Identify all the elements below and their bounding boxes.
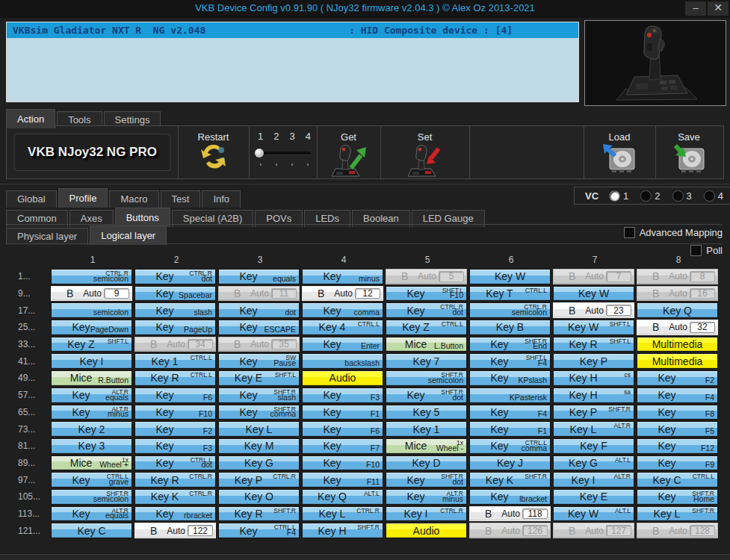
advanced-mapping-checkbox[interactable]: [624, 227, 635, 238]
button-cell[interactable]: KeyKPslash: [469, 370, 551, 386]
button-cell[interactable]: SHFT.Rsemicolon: [51, 489, 132, 505]
button-cell[interactable]: Audio: [302, 370, 383, 386]
button-cell[interactable]: Key ZCTRL.L: [386, 320, 467, 335]
device-model-button[interactable]: VKB NJoy32 NG PRO: [13, 134, 171, 171]
vc-radio-1[interactable]: [609, 190, 620, 202]
button-cell[interactable]: KeyF8: [637, 405, 718, 420]
button-cell[interactable]: Key 2: [51, 421, 132, 437]
button-cell[interactable]: BAuto7: [553, 269, 634, 284]
button-cell[interactable]: Key RCTRL.L: [134, 370, 216, 386]
vc-option-4[interactable]: 4: [704, 190, 723, 202]
mode-slider-knob[interactable]: [255, 149, 264, 158]
button-cell[interactable]: Key W: [553, 286, 634, 302]
button-cell[interactable]: Key PSHFT.R: [553, 405, 634, 420]
button-cell[interactable]: Key 5: [386, 405, 467, 420]
button-cell[interactable]: Key E: [553, 489, 634, 505]
button-cell[interactable]: KeyPageDown: [51, 320, 132, 335]
button-cell[interactable]: KeySHFT.LF10: [386, 286, 467, 302]
button-cell[interactable]: KeyALT.Rminus: [51, 405, 132, 420]
button-cell[interactable]: Key CCTRL.L: [637, 472, 718, 488]
button-cell[interactable]: KeyF12: [637, 438, 718, 454]
button-cell[interactable]: semicolon: [51, 302, 132, 318]
mode-slider-track[interactable]: [256, 152, 311, 155]
button-cell[interactable]: KeySWPause: [218, 353, 300, 369]
button-cell[interactable]: KeySHFT.REnd: [469, 337, 551, 352]
button-cell[interactable]: KeyCTRL.Lcomma: [469, 438, 551, 454]
button-cell[interactable]: KeyF3: [302, 388, 383, 403]
button-cell[interactable]: Key WALT.L: [553, 506, 634, 522]
button-cell[interactable]: backslash: [302, 353, 383, 369]
button-cell[interactable]: KeySpacebar: [134, 286, 216, 302]
button-cell[interactable]: Key KSHFT.R: [469, 472, 551, 488]
button-cell[interactable]: BAuto12: [302, 286, 383, 302]
button-cell[interactable]: KeyALT.Requals: [51, 388, 132, 403]
button-cell[interactable]: Key 4CTRL.L: [302, 320, 383, 335]
vc-radio-4[interactable]: [704, 190, 715, 202]
button-cell[interactable]: Key 1CTRL.L: [134, 353, 216, 369]
button-cell[interactable]: Key C: [51, 523, 132, 538]
button-cell[interactable]: CTRL.Rsemicolon: [51, 269, 132, 284]
button-cell[interactable]: Key Hsa: [553, 388, 634, 403]
button-cell[interactable]: Key G: [218, 455, 300, 471]
tab-global[interactable]: Global: [6, 190, 57, 208]
button-cell[interactable]: BAuto8: [637, 269, 718, 284]
button-cell[interactable]: BAuto23: [553, 302, 634, 318]
button-cell[interactable]: KeyF4: [637, 388, 718, 403]
tab-profile[interactable]: Profile: [58, 188, 108, 208]
tab-buttons[interactable]: Buttons: [115, 208, 170, 227]
button-cell[interactable]: KeySHFT.Rslash: [218, 388, 300, 403]
button-cell[interactable]: MiceL.Button: [386, 337, 467, 352]
button-cell[interactable]: KeyF7: [302, 438, 383, 454]
button-cell[interactable]: Keycomma: [302, 302, 383, 318]
close-button[interactable]: ✕: [708, 1, 729, 16]
restart-button[interactable]: Restart: [178, 126, 250, 178]
button-cell[interactable]: KeyCTRL.LF4: [218, 523, 300, 538]
button-cell[interactable]: KeyF2: [637, 370, 718, 386]
button-cell[interactable]: Mice1xWheel -: [386, 438, 467, 454]
button-cell[interactable]: Key P: [553, 353, 634, 369]
button-cell[interactable]: KeyCTRL.Lgrave: [51, 472, 132, 488]
button-cell[interactable]: Key 1: [386, 421, 467, 437]
button-cell[interactable]: KeyCTRL.Ldot: [134, 455, 216, 471]
button-cell[interactable]: BAuto122: [134, 523, 216, 538]
button-cell[interactable]: Key TCTRL.L: [469, 286, 551, 302]
button-cell[interactable]: BAuto128: [637, 523, 718, 538]
button-cell[interactable]: BAuto5: [386, 269, 467, 284]
tab-physical-layer[interactable]: Physical layer: [6, 228, 88, 245]
vc-option-3[interactable]: 3: [672, 190, 692, 202]
button-cell[interactable]: Key B: [469, 320, 551, 335]
button-cell[interactable]: KeySHFT.Rdot: [386, 472, 467, 488]
get-button[interactable]: Get: [317, 126, 381, 178]
button-cell[interactable]: BAuto34: [134, 337, 216, 352]
button-cell[interactable]: Key RSHFT.L: [553, 337, 634, 352]
button-cell[interactable]: Key D: [386, 455, 467, 471]
button-cell[interactable]: Key 3: [51, 438, 132, 454]
button-cell[interactable]: KeyALT.Rminus: [386, 489, 467, 505]
button-cell[interactable]: Key O: [218, 489, 300, 505]
button-cell[interactable]: KeyF6: [302, 421, 383, 437]
button-cell[interactable]: KeyF1: [302, 405, 383, 420]
button-cell[interactable]: KeyESCAPE: [218, 320, 300, 335]
button-cell[interactable]: Key PCTRL.R: [218, 472, 300, 488]
button-cell[interactable]: KeySHFT.Rdot: [386, 388, 467, 403]
vc-radio-3[interactable]: [672, 190, 684, 202]
button-cell[interactable]: Key L: [218, 421, 300, 437]
button-cell[interactable]: KeyF4: [469, 405, 551, 420]
button-cell[interactable]: Key RCTRL.R: [134, 472, 216, 488]
button-cell[interactable]: KeyF10: [134, 405, 216, 420]
button-cell[interactable]: KeySHFT.LF4: [469, 353, 551, 369]
button-cell[interactable]: Key KCTRL.R: [134, 489, 216, 505]
button-cell[interactable]: Mice1xWheel +: [51, 455, 132, 471]
button-cell[interactable]: Keyequals: [218, 269, 300, 284]
button-cell[interactable]: SHFT.Rsemicolon: [386, 370, 467, 386]
button-cell[interactable]: Key HSHFT.R: [302, 523, 383, 538]
tab-test[interactable]: Test: [161, 190, 201, 208]
button-cell[interactable]: BAuto35: [218, 337, 300, 352]
set-button[interactable]: Set: [380, 126, 470, 178]
vc-radio-2[interactable]: [640, 190, 652, 202]
button-cell[interactable]: Key I: [51, 353, 132, 369]
tab-action[interactable]: Action: [6, 109, 55, 128]
button-cell[interactable]: BAuto126: [469, 523, 551, 538]
button-cell[interactable]: Key Hcs: [553, 370, 634, 386]
button-cell[interactable]: KeyPageUp: [134, 320, 216, 335]
